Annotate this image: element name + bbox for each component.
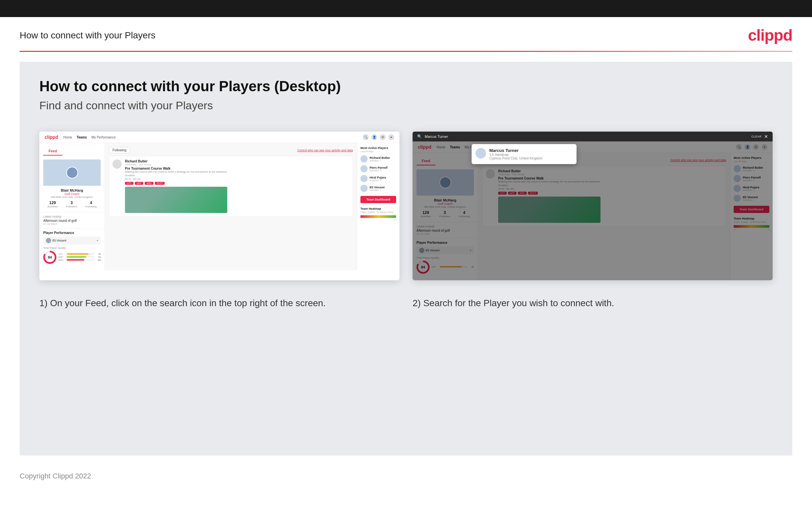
dark-overlay <box>413 132 773 280</box>
search-result-item[interactable]: Marcus Turner 1.5 Handicap Cypress Point… <box>476 148 573 160</box>
player-item-2: Piers Parnell Activities: 4 <box>361 165 396 172</box>
player-avatar-4 <box>361 185 368 192</box>
stat-following: 4 Following <box>86 201 97 208</box>
main-subtitle: Find and connect with your Players <box>39 99 773 112</box>
profile-icon[interactable]: 👤 <box>371 134 377 140</box>
clippd-logo: clippd <box>748 26 792 44</box>
avatar-icon[interactable]: ● <box>388 134 394 140</box>
profile-club: Mill Ride Golf Club, United Kingdom <box>43 196 101 199</box>
nav-home[interactable]: Home <box>63 135 72 139</box>
player-item-1: Richard Butler Activities: 7 <box>361 155 396 162</box>
main-content: How to connect with your Players (Deskto… <box>20 62 792 456</box>
latest-activity-section: Latest Activity Afternoon round of golf … <box>39 212 105 228</box>
player-item-4: Eli Vincent Activities: 1 <box>361 185 396 192</box>
profile-name: Blair McHarg <box>43 188 101 192</box>
search-result-info: Marcus Turner 1.5 Handicap Cypress Point… <box>489 148 542 160</box>
top-bar <box>0 0 812 17</box>
player-avatar-2 <box>361 165 368 172</box>
app-logo-1: clippd <box>45 134 58 140</box>
player-info-4: Eli Vincent Activities: 1 <box>370 186 385 191</box>
avatar <box>66 167 78 178</box>
screenshots-row: clippd Home Teams My Performance 🔍 👤 ⚙ ● <box>39 132 773 280</box>
app-nav-bar-1: clippd Home Teams My Performance 🔍 👤 ⚙ ● <box>39 132 399 143</box>
profile-role: Golf Coach <box>43 192 101 196</box>
app-nav-links-1: Home Teams My Performance <box>63 135 115 139</box>
profile-bg <box>43 160 101 186</box>
center-feed: Following Control who can see your activ… <box>105 143 357 270</box>
control-link[interactable]: Control who can see your activity and da… <box>297 149 353 152</box>
search-result-avatar <box>476 148 486 159</box>
nav-teams[interactable]: Teams <box>77 135 87 139</box>
tag-ott: OTT <box>125 182 134 185</box>
dropdown-arrow-icon: ▾ <box>97 239 98 242</box>
player-avatar-3 <box>361 175 368 182</box>
team-dashboard-button[interactable]: Team Dashboard <box>361 196 396 203</box>
step-2-description: 2) Search for the Player you wish to con… <box>413 297 773 309</box>
following-header: Following Control who can see your activ… <box>109 147 353 153</box>
player-info-2: Piers Parnell Activities: 4 <box>370 166 388 172</box>
nav-icons-1: 🔍 👤 ⚙ ● <box>363 134 394 140</box>
left-panel-1: Feed Blair McHarg Golf Coach Mill Ride G… <box>39 143 105 270</box>
activity-duration-label: Duration <box>125 174 227 177</box>
player-performance-section: Player Performance Eli Vincent ▾ Total P… <box>39 228 105 266</box>
following-button[interactable]: Following <box>109 147 130 153</box>
tag-app: APP <box>135 182 143 185</box>
stat-activities: 129 Activities <box>48 201 58 208</box>
player-info-3: Hiral Pujara Activities: 3 <box>370 176 386 181</box>
main-title: How to connect with your Players (Deskto… <box>39 78 773 94</box>
search-result-dropdown: Marcus Turner 1.5 Handicap Cypress Point… <box>472 144 577 164</box>
header-divider <box>20 51 792 52</box>
step-1-description: 1) On your Feed, click on the search ico… <box>39 297 399 309</box>
tpq-circle: 84 <box>43 251 56 264</box>
header: How to connect with your Players clippd <box>0 17 812 51</box>
step-descriptions: 1) On your Feed, click on the search ico… <box>39 297 773 309</box>
player-select-dropdown[interactable]: Eli Vincent ▾ <box>43 237 101 245</box>
tpq-bar-ott: OTT 79 <box>58 253 101 255</box>
feed-tab[interactable]: Feed <box>43 147 62 156</box>
footer: Copyright Clippd 2022 <box>0 465 812 487</box>
search-query-text[interactable]: Marcus Turner <box>425 134 749 138</box>
right-panel-1: Most Active Players Last 30 days Richard… <box>357 143 399 270</box>
tpq-row: 84 OTT 79 APP <box>43 251 101 264</box>
screenshot-2: 🔍 Marcus Turner CLEAR ✕ clippd Home Team… <box>413 132 773 280</box>
activity-tags: OTT APP ARG PUTT <box>125 182 227 185</box>
tag-arg: ARG <box>145 182 153 185</box>
activity-user-icon <box>112 160 122 169</box>
player-info-1: Richard Butler Activities: 7 <box>370 156 390 162</box>
nav-my-performance[interactable]: My Performance <box>92 135 115 139</box>
tpq-bars: OTT 79 APP 70 ARG <box>58 253 101 262</box>
player-avatar-1 <box>361 155 368 162</box>
page-title: How to connect with your Players <box>20 30 155 41</box>
tpq-bar-app: APP 70 <box>58 256 101 258</box>
search-icon[interactable]: 🔍 <box>363 134 369 140</box>
activity-image <box>125 187 227 213</box>
tpq-bar-arg: ARG 64 <box>58 259 101 261</box>
heatmap-scale: -5 +5 <box>361 219 396 221</box>
clear-button[interactable]: CLEAR <box>751 135 762 138</box>
heatmap-bar <box>361 215 396 218</box>
search-top-bar: 🔍 Marcus Turner CLEAR ✕ <box>413 132 773 141</box>
activity-content: Richard Butler Yesterday · The Grove Pre… <box>125 160 227 213</box>
copyright-text: Copyright Clippd 2022 <box>20 472 91 480</box>
profile-card: Blair McHarg Golf Coach Mill Ride Golf C… <box>39 156 105 212</box>
stat-followers: 3 Followers <box>66 201 77 208</box>
app-body-1: Feed Blair McHarg Golf Coach Mill Ride G… <box>39 143 399 270</box>
search-icon-2: 🔍 <box>417 134 422 139</box>
tag-putt: PUTT <box>155 182 164 185</box>
settings-icon[interactable]: ⚙ <box>380 134 386 140</box>
screenshot-1: clippd Home Teams My Performance 🔍 👤 ⚙ ● <box>39 132 399 280</box>
activity-card: Richard Butler Yesterday · The Grove Pre… <box>109 156 353 217</box>
profile-stats: 129 Activities 3 Followers 4 Following <box>43 201 101 208</box>
close-icon[interactable]: ✕ <box>764 134 768 139</box>
player-item-3: Hiral Pujara Activities: 3 <box>361 175 396 182</box>
player-select-avatar <box>46 238 51 243</box>
